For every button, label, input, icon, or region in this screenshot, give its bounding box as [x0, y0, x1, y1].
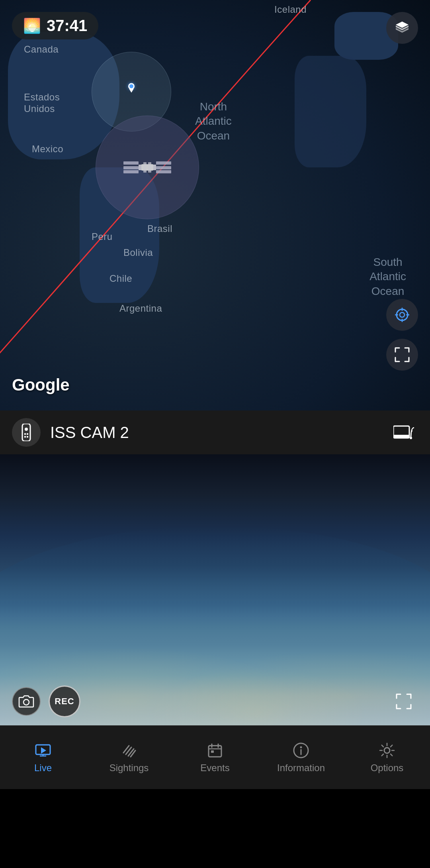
rec-label: REC [55, 696, 74, 707]
target-iss-button[interactable] [386, 299, 418, 331]
nav-item-information[interactable]: Information [258, 738, 344, 778]
iss-marker[interactable] [96, 116, 199, 219]
svg-point-15 [400, 312, 405, 317]
nav-information-icon [292, 742, 310, 759]
svg-rect-5 [156, 166, 171, 169]
svg-rect-42 [211, 750, 214, 753]
record-button[interactable]: REC [49, 685, 80, 717]
svg-point-46 [384, 748, 390, 753]
channel-button[interactable] [12, 418, 41, 447]
svg-rect-0 [141, 164, 153, 171]
svg-rect-27 [393, 435, 409, 438]
map-fullscreen-button[interactable] [386, 339, 418, 371]
nav-options-label: Options [371, 762, 404, 774]
sunset-timer: 🌅 37:41 [12, 12, 98, 39]
target-icon [393, 306, 411, 324]
nav-sightings-icon [120, 742, 138, 759]
cast-button[interactable] [389, 418, 418, 447]
sunset-icon: 🌅 [23, 18, 41, 34]
nav-live-icon [34, 742, 52, 759]
nav-live-label: Live [34, 762, 52, 774]
cast-icon [393, 424, 414, 441]
photo-button[interactable] [12, 687, 41, 716]
svg-point-28 [410, 437, 412, 439]
svg-rect-6 [156, 170, 171, 173]
nav-item-sightings[interactable]: Sightings [86, 738, 172, 778]
nav-events-icon [206, 742, 224, 759]
svg-rect-23 [27, 433, 28, 435]
iss-icon [123, 153, 171, 181]
user-pin-tail [129, 88, 134, 92]
nav-events-label: Events [200, 762, 229, 774]
svg-rect-38 [209, 746, 221, 757]
svg-point-21 [25, 428, 28, 431]
svg-rect-20 [22, 424, 30, 441]
camera-controls: REC [0, 685, 430, 717]
camera-header: ISS CAM 2 [0, 410, 430, 454]
svg-rect-22 [24, 433, 26, 435]
sunset-countdown: 37:41 [47, 17, 87, 35]
svg-rect-24 [24, 436, 26, 438]
nav-information-label: Information [277, 762, 325, 774]
layers-button[interactable] [386, 12, 418, 44]
svg-rect-25 [27, 436, 28, 438]
user-pin-marker [126, 83, 137, 97]
svg-point-29 [23, 699, 29, 705]
svg-rect-2 [123, 166, 139, 169]
layers-icon [394, 20, 410, 36]
camera-photo-icon [18, 694, 34, 709]
svg-rect-8 [153, 165, 156, 170]
svg-rect-10 [148, 162, 151, 173]
svg-rect-7 [139, 165, 142, 170]
map-view[interactable]: Canada EstadosUnidos Mexico Peru Brasil … [0, 0, 430, 410]
google-watermark: Google [12, 375, 70, 395]
nav-options-icon [378, 742, 396, 759]
nav-item-live[interactable]: Live [0, 738, 86, 778]
svg-marker-33 [41, 747, 46, 754]
camera-fullscreen-icon [395, 693, 412, 710]
svg-point-14 [397, 309, 408, 320]
nav-item-events[interactable]: Events [172, 738, 258, 778]
continent-africa [295, 56, 366, 167]
svg-rect-3 [123, 170, 139, 173]
camera-section: ISS CAM 2 REC [0, 410, 430, 725]
remote-icon [19, 424, 33, 441]
svg-point-44 [300, 746, 302, 748]
bottom-navigation: Live Sightings Events Information [0, 725, 430, 789]
nav-item-options[interactable]: Options [344, 738, 430, 778]
svg-rect-4 [156, 161, 171, 165]
svg-rect-1 [123, 161, 139, 165]
camera-title: ISS CAM 2 [50, 424, 380, 442]
fullscreen-icon [394, 346, 410, 363]
svg-rect-9 [143, 162, 147, 173]
nav-sightings-label: Sightings [109, 762, 149, 774]
camera-fullscreen-button[interactable] [389, 687, 418, 716]
camera-feed[interactable]: REC [0, 454, 430, 725]
